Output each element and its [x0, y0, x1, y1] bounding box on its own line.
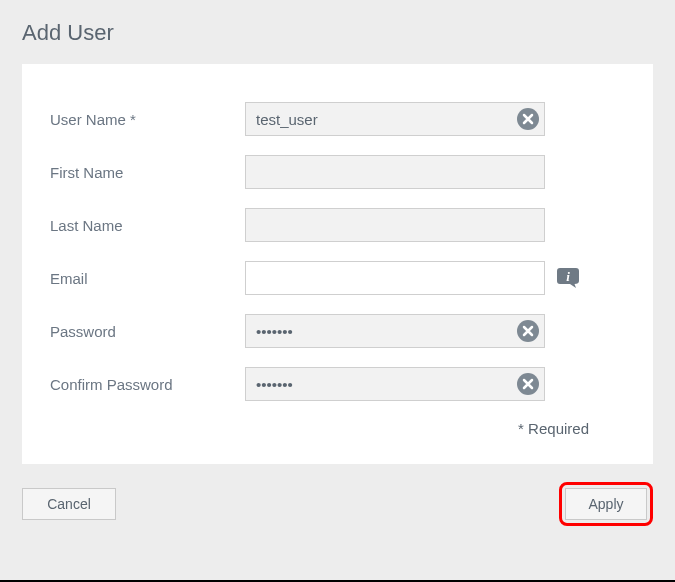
field-row-email: Email i: [50, 261, 625, 295]
username-input[interactable]: [245, 102, 545, 136]
confirm-password-input[interactable]: [245, 367, 545, 401]
button-bar: Cancel Apply: [0, 464, 675, 526]
info-icon[interactable]: i: [557, 268, 579, 288]
page-title: Add User: [22, 20, 653, 46]
clear-icon[interactable]: [517, 373, 539, 395]
password-label: Password: [50, 323, 245, 340]
lastname-input[interactable]: [245, 208, 545, 242]
field-row-firstname: First Name: [50, 155, 625, 189]
email-input-wrap: [245, 261, 545, 295]
cancel-button[interactable]: Cancel: [22, 488, 116, 520]
email-label: Email: [50, 270, 245, 287]
lastname-label: Last Name: [50, 217, 245, 234]
firstname-label: First Name: [50, 164, 245, 181]
firstname-input-wrap: [245, 155, 545, 189]
add-user-form: User Name * First Name Last Name: [22, 64, 653, 464]
confirm-password-label: Confirm Password: [50, 376, 245, 393]
confirm-password-input-wrap: [245, 367, 545, 401]
password-input[interactable]: [245, 314, 545, 348]
svg-text:i: i: [566, 269, 570, 284]
field-row-password: Password: [50, 314, 625, 348]
field-row-username: User Name *: [50, 102, 625, 136]
clear-icon[interactable]: [517, 320, 539, 342]
email-input[interactable]: [245, 261, 545, 295]
password-input-wrap: [245, 314, 545, 348]
username-label: User Name *: [50, 111, 245, 128]
apply-button[interactable]: Apply: [565, 488, 647, 520]
field-row-confirm-password: Confirm Password: [50, 367, 625, 401]
username-input-wrap: [245, 102, 545, 136]
lastname-input-wrap: [245, 208, 545, 242]
clear-icon[interactable]: [517, 108, 539, 130]
apply-highlight: Apply: [559, 482, 653, 526]
firstname-input[interactable]: [245, 155, 545, 189]
field-row-lastname: Last Name: [50, 208, 625, 242]
required-note: * Required: [50, 420, 625, 437]
